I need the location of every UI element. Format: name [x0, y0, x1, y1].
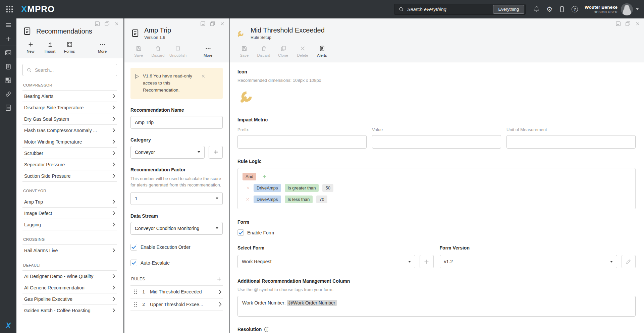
apps-window-icon[interactable] — [0, 46, 16, 60]
close-icon[interactable] — [220, 21, 225, 26]
minimize-icon[interactable] — [201, 21, 205, 26]
list-item[interactable]: Bearing Alerts — [22, 91, 117, 102]
minimize-icon[interactable] — [616, 21, 621, 26]
list-item[interactable]: Suction Side Pressure — [22, 170, 117, 182]
list-item[interactable]: Seperator Pressure — [22, 159, 117, 170]
recommendations-icon[interactable] — [0, 60, 16, 73]
list-item[interactable]: Amp Trip — [22, 196, 117, 208]
list-item[interactable]: Motor Winding Temperature — [22, 136, 117, 148]
prefix-input[interactable] — [237, 135, 367, 149]
menu-hamburger-icon[interactable] — [0, 18, 16, 32]
logic-operator-chip[interactable]: And — [243, 173, 256, 180]
condition-operator-chip[interactable]: Is greater than — [285, 184, 319, 192]
enable-form-checkbox[interactable] — [237, 229, 244, 236]
alert-close-icon[interactable] — [201, 74, 206, 94]
recommendation-factor-select[interactable]: 1 — [130, 192, 223, 205]
add-new-icon[interactable] — [0, 32, 16, 46]
import-button[interactable]: Import — [42, 41, 58, 53]
discard-button[interactable]: Discard — [256, 45, 272, 57]
rule-row[interactable]: 1 Mid Threshold Exceeded — [130, 285, 223, 298]
edit-form-pencil-button[interactable] — [622, 255, 636, 268]
save-button[interactable]: Save — [236, 45, 252, 57]
global-search-input[interactable] — [407, 7, 490, 12]
list-item[interactable]: AI Designer Demo - Wine Quality — [22, 271, 117, 282]
chevron-right-icon — [112, 211, 115, 216]
list-item[interactable]: Rail Alarms Live — [22, 245, 117, 256]
list-item[interactable]: AI Generic Recommendation — [22, 282, 117, 293]
value-input[interactable] — [372, 135, 501, 149]
form-version-select[interactable]: v1.2 — [440, 255, 618, 268]
unit-of-measurement-input[interactable] — [506, 135, 636, 149]
more-button[interactable]: More — [94, 41, 110, 53]
rule-row[interactable]: 2 Upper Threshold Excee... — [130, 298, 223, 311]
list-item[interactable]: Dry Gas Seal System — [22, 113, 117, 125]
remove-condition-icon[interactable] — [246, 197, 250, 202]
list-item[interactable]: Image Defect — [22, 208, 117, 219]
xmpro-x-logo[interactable]: X — [5, 321, 11, 330]
condition-value-chip[interactable]: 70 — [316, 196, 327, 203]
list-search-input[interactable] — [35, 67, 113, 73]
delete-button[interactable]: Delete — [294, 45, 311, 57]
minimize-icon[interactable] — [95, 21, 100, 26]
alerts-button[interactable]: Alerts — [314, 45, 330, 57]
unpublish-button[interactable]: Unpublish — [169, 45, 186, 57]
discard-button[interactable]: Discard — [150, 45, 166, 57]
restore-icon[interactable] — [105, 21, 109, 26]
condition-operator-chip[interactable]: Is less than — [285, 196, 313, 203]
list-item[interactable]: Golden Batch - Coffee Roasting — [22, 305, 117, 316]
new-button[interactable]: New — [22, 41, 39, 53]
close-icon[interactable] — [635, 21, 640, 26]
save-button[interactable]: Save — [130, 45, 147, 57]
enable-form-row: Enable Form — [237, 229, 636, 236]
restore-icon[interactable] — [210, 21, 215, 26]
remove-condition-icon[interactable] — [246, 186, 250, 190]
enable-execution-order-checkbox[interactable] — [130, 244, 137, 251]
list-item[interactable]: Flash Gas Compressor Anomaly ... — [22, 125, 117, 136]
notifications-bell-icon[interactable] — [531, 4, 542, 15]
add-form-button[interactable] — [420, 255, 434, 268]
resolution-label: Resolution — [237, 327, 262, 332]
rule-icon-wrench[interactable] — [237, 86, 257, 106]
form-tag[interactable]: @Work Order Number — [287, 300, 337, 306]
integration-link-icon[interactable] — [0, 87, 16, 101]
rule-setup-panel: Mid Threshold Exceeded Rule Setup Save D… — [230, 18, 644, 333]
add-rule-button[interactable] — [216, 276, 222, 282]
list-item[interactable]: Discharge Side Temperature — [22, 102, 117, 113]
condition-field-chip[interactable]: DriveAmps — [254, 196, 281, 203]
select-form-select[interactable]: Work Request — [237, 255, 415, 268]
auto-escalate-checkbox[interactable] — [130, 260, 137, 266]
add-condition-icon[interactable] — [262, 174, 267, 179]
app-grid-icon[interactable] — [3, 3, 16, 15]
add-category-button[interactable] — [209, 146, 223, 159]
restore-icon[interactable] — [626, 21, 630, 26]
user-caret-icon[interactable] — [636, 8, 639, 10]
recommendation-name-label: Recommendation Name — [130, 107, 223, 113]
user-menu[interactable]: Wouter Beneke DESIGN USER — [585, 4, 618, 14]
info-icon[interactable] — [264, 327, 269, 332]
list-item[interactable]: Lagging — [22, 219, 117, 230]
data-stream-select[interactable]: Conveyor Condition Monitoring — [130, 222, 223, 235]
help-icon[interactable] — [569, 4, 581, 15]
drag-handle-icon[interactable] — [134, 302, 137, 307]
clone-button[interactable]: Clone — [275, 45, 291, 57]
avatar[interactable] — [621, 3, 633, 15]
condition-field-chip[interactable]: DriveAmps — [254, 184, 281, 192]
mobile-device-icon[interactable] — [556, 4, 568, 15]
list-item[interactable]: Gas Pipeline Executive — [22, 293, 117, 305]
list-item[interactable]: Scrubber — [22, 148, 117, 159]
drag-handle-icon[interactable] — [134, 289, 137, 294]
close-icon[interactable] — [114, 21, 119, 26]
additional-column-editor[interactable]: Work Order Number: @Work Order Number — [237, 296, 636, 317]
search-scope-button[interactable]: Everything — [493, 5, 524, 14]
more-button[interactable]: More — [200, 45, 216, 57]
play-icon[interactable] — [135, 74, 139, 94]
data-stream-label: Data Stream — [130, 213, 223, 219]
category-select[interactable]: Conveyor — [130, 146, 205, 159]
forms-button[interactable]: Forms — [61, 41, 77, 53]
designer-squares-icon[interactable] — [0, 73, 16, 87]
settings-gear-icon[interactable]: ⚙ — [544, 4, 555, 15]
recommendation-name-input[interactable] — [130, 116, 223, 129]
condition-value-chip[interactable]: 50 — [322, 184, 333, 192]
calculator-icon[interactable] — [0, 101, 16, 115]
topbar-icons: ⚙ — [531, 4, 581, 15]
